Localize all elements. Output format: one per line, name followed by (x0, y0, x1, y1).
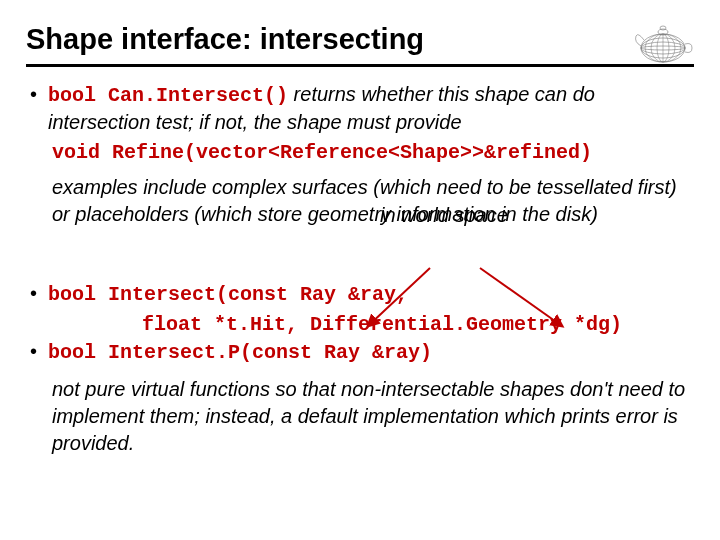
code-intersect-sig2: float *t.Hit, Differential.Geometry *dg) (142, 313, 622, 336)
code-intersect-sig1: bool Intersect(const Ray &ray, (48, 283, 408, 306)
title-divider (26, 64, 694, 67)
slide-title: Shape interface: intersecting (26, 23, 424, 62)
bullet-1: • bool Can.Intersect() returns whether t… (30, 81, 694, 136)
bullet-marker: • (30, 81, 48, 108)
svg-point-9 (660, 26, 666, 30)
para-not-pure-virtual: not pure virtual functions so that non-i… (52, 376, 694, 457)
bullet-3: • bool Intersect.P(const Ray &ray) (30, 338, 694, 366)
code-intersectp: bool Intersect.P(const Ray &ray) (48, 341, 432, 364)
annotation-world-space: in world space (380, 204, 508, 227)
bullet-marker: • (30, 280, 48, 307)
teapot-logo (632, 18, 694, 66)
code-canintersect: bool Can.Intersect() (48, 84, 288, 107)
bullet-marker: • (30, 338, 48, 365)
para-examples: examples include complex surfaces (which… (52, 174, 694, 228)
code-refine: void Refine(vector<Reference<Shape>>&ref… (52, 141, 592, 164)
bullet-2: • bool Intersect(const Ray &ray, (30, 280, 694, 308)
